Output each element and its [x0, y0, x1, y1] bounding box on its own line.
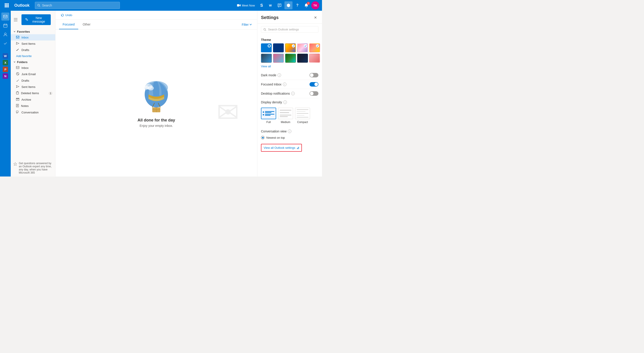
settings-body: Theme: [258, 35, 322, 154]
dark-mode-row: Dark mode i: [261, 71, 318, 80]
conversation-icon: [16, 111, 19, 114]
sidebar-item-notes[interactable]: Notes: [11, 103, 55, 109]
svg-text:W: W: [269, 4, 272, 7]
sidebar-item-inbox-favorite[interactable]: Inbox: [11, 34, 55, 41]
theme-swatch-darkblue[interactable]: [273, 43, 284, 52]
conversation-view-section: Conversation view i Newest on top: [261, 128, 318, 141]
word-app-icon[interactable]: W: [3, 53, 8, 59]
density-medium-box: [278, 108, 293, 119]
conv-view-info[interactable]: i: [288, 130, 291, 133]
sidebar-item-conversation[interactable]: Conversation: [11, 109, 55, 115]
sidebar-item-archive[interactable]: Archive: [11, 96, 55, 103]
density-medium[interactable]: Medium: [278, 108, 293, 124]
density-options: Full Medium: [261, 108, 310, 124]
focused-inbox-info[interactable]: i: [283, 83, 286, 86]
sidebar-item-sent[interactable]: Sent Items: [11, 84, 55, 90]
mail-icon-btn[interactable]: [1, 13, 10, 21]
sidebar-item-junk[interactable]: Junk Email: [11, 71, 55, 77]
favorites-section[interactable]: Favorites: [11, 29, 55, 34]
focused-inbox-toggle[interactable]: [310, 82, 318, 87]
waffle-button[interactable]: [3, 1, 11, 10]
theme-swatch-sunset[interactable]: [273, 54, 284, 63]
drafts-icon: [16, 79, 19, 82]
word-button[interactable]: W: [266, 1, 274, 10]
feedback-button[interactable]: [276, 1, 284, 10]
svg-rect-26: [16, 67, 19, 69]
excel-app-icon[interactable]: X: [3, 60, 8, 65]
balloon-illustration: [142, 79, 171, 115]
svg-rect-16: [4, 15, 7, 18]
settings-button[interactable]: [284, 1, 292, 10]
sidebar-item-deleted[interactable]: Deleted Items 1: [11, 90, 55, 96]
sidebar-item-sent-favorite[interactable]: Sent Items: [11, 41, 55, 47]
meet-now-button[interactable]: Meet Now: [235, 3, 257, 9]
theme-swatch-gradient2[interactable]: [297, 43, 308, 52]
topbar: Outlook Meet Now S W: [0, 0, 322, 11]
settings-search-box[interactable]: [261, 26, 318, 33]
tab-other[interactable]: Other: [79, 20, 94, 29]
powerpoint-app-icon[interactable]: P: [3, 67, 8, 72]
help-button[interactable]: ?: [294, 1, 302, 10]
theme-swatch-gradient3[interactable]: [309, 43, 320, 52]
theme-swatch-gradient1[interactable]: [285, 43, 296, 52]
svg-rect-33: [16, 98, 19, 99]
desktop-notifications-toggle[interactable]: [310, 91, 318, 96]
empty-inbox-state: ✉: [56, 30, 257, 177]
focused-inbox-row: Focused Inbox i: [261, 80, 318, 89]
contacts-icon-btn[interactable]: [1, 31, 10, 39]
search-input[interactable]: [42, 4, 118, 7]
density-full-box: [261, 108, 276, 119]
hamburger-button[interactable]: [12, 16, 19, 23]
search-box[interactable]: [35, 2, 120, 9]
filter-button[interactable]: Filter: [240, 22, 254, 28]
sidebar-bottom-promo: Get questions answered by an Outlook exp…: [11, 160, 55, 177]
skype-button[interactable]: S: [258, 1, 266, 10]
view-all-settings-button[interactable]: View all Outlook settings: [261, 144, 302, 152]
svg-rect-11: [237, 4, 239, 7]
view-all-themes-link[interactable]: View all: [261, 65, 271, 68]
display-density-row: Display density i: [261, 98, 318, 128]
svg-rect-7: [6, 6, 8, 8]
dark-mode-toggle[interactable]: [310, 73, 318, 77]
display-density-info[interactable]: i: [283, 100, 287, 104]
tab-focused[interactable]: Focused: [59, 20, 78, 29]
theme-swatch-night[interactable]: [297, 54, 308, 63]
newest-on-top-radio[interactable]: Newest on top: [261, 135, 318, 140]
theme-swatch-rose[interactable]: [309, 54, 320, 63]
settings-close-button[interactable]: ✕: [312, 14, 318, 21]
sidebar: ✎ New message Favorites Inbox: [11, 11, 56, 177]
notifications-button[interactable]: 2: [302, 1, 310, 10]
folders-section[interactable]: Folders: [11, 59, 55, 65]
svg-line-28: [17, 73, 18, 75]
sent-icon: [16, 85, 19, 89]
svg-rect-3: [5, 5, 6, 6]
onenote-app-icon[interactable]: N: [3, 73, 8, 79]
sidebar-item-drafts[interactable]: Drafts: [11, 77, 55, 84]
theme-swatch-ocean[interactable]: [261, 54, 272, 63]
icon-bar: W X P N: [0, 11, 11, 177]
theme-swatch-forest[interactable]: [285, 54, 296, 63]
density-full[interactable]: Full: [261, 108, 276, 124]
new-message-button[interactable]: ✎ New message: [22, 14, 51, 25]
main-layout: W X P N ✎ New message Favorites: [0, 11, 322, 177]
sidebar-item-inbox[interactable]: Inbox: [11, 65, 55, 71]
calendar-icon-btn[interactable]: [1, 22, 10, 30]
desktop-notif-info[interactable]: i: [291, 92, 295, 95]
theme-swatch-blue[interactable]: [261, 43, 272, 52]
avatar-button[interactable]: TK: [311, 1, 319, 10]
density-compact-box: [295, 108, 310, 119]
svg-point-9: [38, 4, 39, 6]
settings-search-input[interactable]: [268, 28, 316, 31]
archive-icon: [16, 98, 19, 101]
topbar-right: Meet Now S W ?: [235, 1, 319, 10]
add-favorite-link[interactable]: Add favorite: [11, 53, 55, 59]
theme-section-title: Theme: [261, 38, 318, 42]
dark-mode-info[interactable]: i: [278, 73, 281, 77]
sidebar-item-drafts-favorite[interactable]: Drafts: [11, 47, 55, 53]
svg-rect-6: [5, 6, 6, 8]
tasks-icon-btn[interactable]: [1, 39, 10, 48]
undo-button[interactable]: Undo: [59, 13, 74, 18]
settings-title: Settings: [261, 15, 278, 20]
app-title: Outlook: [14, 3, 30, 8]
density-compact[interactable]: Compact: [295, 108, 310, 124]
